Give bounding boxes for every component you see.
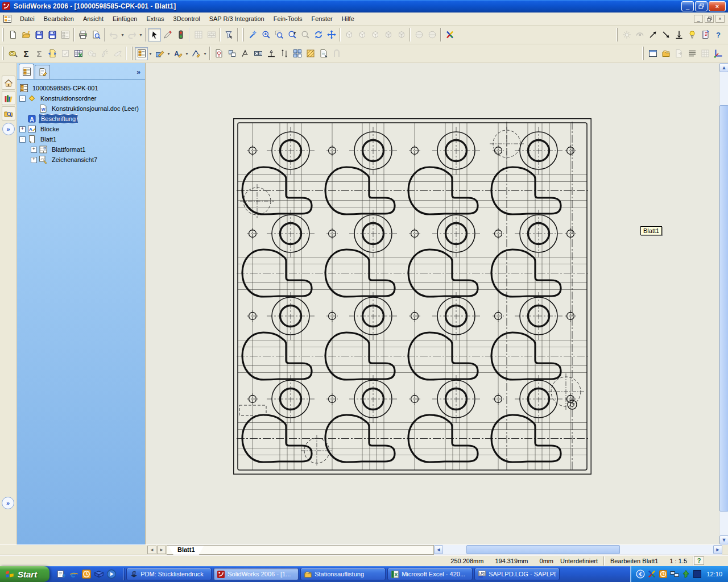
- area-hatch-icon[interactable]: [304, 47, 317, 60]
- panel-chevron-button[interactable]: »: [136, 68, 140, 76]
- fein-tools-logo-icon[interactable]: [443, 28, 456, 41]
- datum-feature-icon[interactable]: [264, 47, 278, 60]
- zoom-in-out-icon[interactable]: [259, 28, 272, 41]
- tree-item-label[interactable]: 10000598585-CPK-001: [31, 84, 100, 92]
- font-format-icon[interactable]: A: [171, 47, 184, 60]
- task-excel[interactable]: XMicrosoft Excel - 420...: [387, 568, 473, 580]
- task-solidworks[interactable]: SolidWorks 2006 - [1...: [213, 568, 299, 580]
- document-stack-icon[interactable]: [659, 47, 672, 60]
- tree-item[interactable]: -Konstruktionsordner: [17, 93, 145, 103]
- tree-item-label[interactable]: Konstruktionsordner: [39, 94, 98, 102]
- menu-fenster[interactable]: Fenster: [307, 13, 337, 24]
- new-document-icon[interactable]: [6, 28, 19, 41]
- status-help-icon[interactable]: ?: [694, 556, 704, 565]
- featuremanager-tab[interactable]: [19, 64, 34, 79]
- tray-clock-icon[interactable]: [659, 569, 668, 579]
- pan-view-icon[interactable]: [325, 28, 338, 41]
- task-pdm[interactable]: PDM: Stücklistendruck: [126, 568, 212, 580]
- tree-item[interactable]: +Zeichenansicht7: [17, 155, 145, 165]
- print-icon[interactable]: [76, 28, 89, 41]
- hyperlink-navigate-icon[interactable]: [46, 47, 59, 60]
- line-format-dropdown[interactable]: ▾: [202, 51, 208, 56]
- layer-properties-icon[interactable]: [153, 47, 166, 60]
- menu-fein-tools[interactable]: Fein-Tools: [269, 13, 307, 24]
- task-pane-tab-solidworks-resources[interactable]: [2, 76, 15, 90]
- horizontal-scrollbar[interactable]: ◄ ►: [434, 545, 722, 555]
- sketch-tool-icon[interactable]: [161, 28, 174, 41]
- ql-media-player-icon[interactable]: [106, 569, 117, 579]
- measure-icon[interactable]: [6, 47, 19, 60]
- tree-item-label[interactable]: Beschriftung: [39, 114, 78, 123]
- minimize-button[interactable]: _: [681, 1, 694, 11]
- note-icon[interactable]: [317, 47, 330, 60]
- task-pane-tab-design-library[interactable]: [2, 91, 15, 105]
- task-stationsauflistung[interactable]: Stationsauflistung: [300, 568, 386, 580]
- sheet-prev-button[interactable]: ◄: [147, 546, 156, 554]
- help-icon[interactable]: ?: [712, 28, 725, 41]
- tree-item[interactable]: +Blattformat1: [17, 144, 145, 155]
- tree-item[interactable]: WKonstruktionsjournal.doc (Leer): [17, 103, 145, 114]
- tree-item[interactable]: 10000598585-CPK-001: [17, 83, 145, 93]
- save-all-icon[interactable]: [46, 28, 59, 41]
- geometric-tolerance-icon[interactable]: A: [251, 47, 264, 60]
- vertical-scroll-thumb[interactable]: [719, 105, 728, 512]
- start-button[interactable]: Start: [0, 566, 49, 582]
- dim-arrow-se-icon[interactable]: [659, 28, 672, 41]
- scroll-right-button[interactable]: ►: [713, 545, 722, 554]
- zoom-magic-icon[interactable]: [246, 28, 259, 41]
- rotate-view-icon[interactable]: [312, 28, 325, 41]
- layer-properties-dropdown[interactable]: ▾: [166, 51, 171, 56]
- vertical-scrollbar[interactable]: ▲ ▼: [719, 63, 728, 544]
- scroll-down-button[interactable]: ▼: [719, 535, 728, 544]
- datum-down-icon[interactable]: [672, 28, 685, 41]
- tree-expander[interactable]: +: [31, 147, 37, 153]
- surface-finish-icon[interactable]: [238, 47, 251, 60]
- tray-collapse-icon[interactable]: [636, 569, 645, 579]
- datum-target-icon[interactable]: [278, 47, 291, 60]
- line-format-icon[interactable]: [189, 47, 202, 60]
- sheet-tab-blatt1[interactable]: Blatt1: [168, 546, 204, 555]
- task-pane-tab-file-explorer[interactable]: [2, 106, 15, 120]
- font-format-dropdown[interactable]: ▾: [184, 51, 189, 56]
- dim-arrow-ne-icon[interactable]: [646, 28, 659, 41]
- propertymanager-tab[interactable]: [35, 65, 50, 79]
- design-journal-icon[interactable]: [698, 28, 712, 41]
- tree-item[interactable]: ABeschriftung: [17, 114, 145, 124]
- menu-datei[interactable]: Datei: [15, 13, 39, 24]
- redo-dropdown[interactable]: ▾: [138, 32, 143, 38]
- sheet-next-button[interactable]: ►: [157, 546, 166, 554]
- menu-hilfe[interactable]: Hilfe: [337, 13, 359, 24]
- stacked-balloon-icon[interactable]: [225, 47, 238, 60]
- selection-filter-icon[interactable]: [222, 28, 235, 41]
- bottom-expand-button[interactable]: »: [2, 497, 14, 509]
- balloon-note-icon[interactable]: [212, 47, 225, 60]
- coordinate-axis-icon[interactable]: [712, 47, 725, 60]
- tree-expander[interactable]: +: [19, 126, 26, 132]
- tree-expander[interactable]: -: [19, 136, 26, 143]
- print-preview-icon[interactable]: [89, 28, 102, 41]
- scroll-left-button[interactable]: ◄: [434, 545, 443, 554]
- new-window-icon[interactable]: [646, 47, 659, 60]
- ql-time-clock-icon[interactable]: [81, 569, 92, 579]
- menu-sap-r-3-integration[interactable]: SAP R/3 Integration: [205, 13, 269, 24]
- task-pane-expand-button[interactable]: »: [2, 123, 15, 135]
- tray-x-logo-icon[interactable]: [647, 569, 656, 579]
- ql-internet-explorer-icon[interactable]: e: [69, 569, 79, 579]
- ql-blue-blocks-icon[interactable]: [94, 569, 104, 579]
- tray-network-icon[interactable]: [670, 569, 679, 579]
- tree-item[interactable]: -Blatt1: [17, 134, 145, 144]
- zoom-area-icon[interactable]: [272, 28, 286, 41]
- ql-show-desktop-icon[interactable]: e: [56, 569, 67, 579]
- menu-bearbeiten[interactable]: Bearbeiten: [39, 13, 78, 24]
- zoom-selection-icon[interactable]: [286, 28, 299, 41]
- tree-item-label[interactable]: Konstruktionsjournal.doc (Leer): [50, 105, 140, 113]
- tray-display-icon[interactable]: [693, 569, 702, 579]
- restore-button[interactable]: [695, 1, 708, 11]
- save-icon[interactable]: [32, 28, 46, 41]
- tree-expander[interactable]: +: [31, 157, 37, 163]
- menu-ansicht[interactable]: Ansicht: [78, 13, 108, 24]
- mdi-close-button[interactable]: ×: [715, 15, 725, 23]
- open-document-icon[interactable]: [19, 28, 32, 41]
- menu-extras[interactable]: Extras: [142, 13, 168, 24]
- menu-einf-gen[interactable]: Einfügen: [108, 13, 142, 24]
